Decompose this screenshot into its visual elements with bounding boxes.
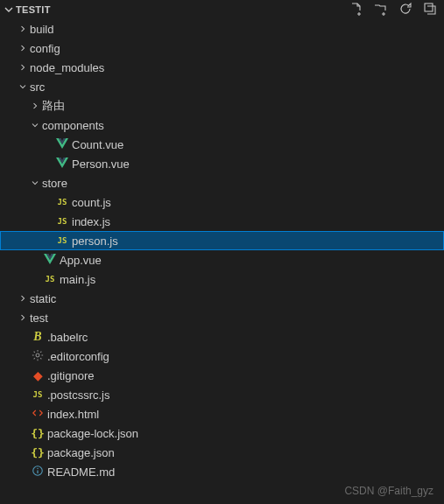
file-row[interactable]: B.babelrc (0, 327, 444, 346)
chevron-right-icon[interactable] (28, 101, 42, 111)
svg-rect-0 (425, 4, 433, 11)
chevron-right-icon[interactable] (16, 312, 30, 323)
collapse-all-icon[interactable] (423, 2, 437, 18)
json-icon: {} (30, 446, 46, 459)
tree-item-label: count.js (72, 196, 111, 209)
folder-row[interactable]: config (0, 38, 444, 58)
js-icon: JS (54, 236, 70, 245)
svg-point-1 (36, 354, 39, 357)
chevron-down-icon[interactable] (28, 120, 42, 130)
file-row[interactable]: JSperson.js (0, 231, 444, 250)
babel-icon: B (30, 330, 46, 344)
js-icon: JS (54, 217, 70, 226)
chevron-down-icon[interactable] (28, 178, 42, 188)
watermark: CSDN @Faith_gyz (344, 485, 433, 497)
file-row[interactable]: ◆.gitignore (0, 366, 444, 385)
tree-item-label: package.json (47, 446, 115, 459)
file-explorer-panel: TESTIT buildconfignode_modulessrc路由compo… (0, 0, 444, 504)
chevron-down-icon (2, 3, 16, 17)
folder-row[interactable]: store (0, 173, 444, 192)
vue-icon (42, 254, 58, 267)
file-row[interactable]: JScount.js (0, 192, 444, 212)
file-row[interactable]: index.html (0, 404, 444, 424)
tree-item-label: Count.vue (72, 138, 123, 151)
new-file-icon[interactable] (349, 2, 363, 18)
tree-item-label: src (30, 80, 45, 94)
chevron-right-icon[interactable] (16, 24, 30, 34)
file-row[interactable]: {}package.json (0, 443, 444, 462)
js-icon: JS (54, 198, 70, 206)
explorer-header[interactable]: TESTIT (0, 0, 444, 19)
svg-point-3 (37, 467, 38, 468)
tree-item-label: package-lock.json (47, 427, 138, 440)
tree-item-label: App.vue (60, 254, 102, 267)
chevron-down-icon[interactable] (16, 81, 30, 92)
info-icon (30, 465, 46, 480)
project-title: TESTIT (16, 4, 349, 15)
file-row[interactable]: JS.postcssrc.js (0, 385, 444, 404)
chevron-right-icon[interactable] (16, 293, 30, 304)
new-folder-icon[interactable] (374, 2, 388, 18)
folder-row[interactable]: build (0, 19, 444, 38)
file-row[interactable]: {}package-lock.json (0, 424, 444, 443)
tree-item-label: README.md (47, 466, 115, 479)
tree-item-label: components (42, 119, 104, 132)
folder-row[interactable]: node_modules (0, 58, 444, 77)
tree-item-label: static (30, 292, 56, 305)
file-row[interactable]: README.md (0, 462, 444, 481)
file-row[interactable]: Person.vue (0, 154, 444, 173)
tree-item-label: build (30, 23, 53, 36)
folder-row[interactable]: static (0, 289, 444, 308)
file-row[interactable]: .editorconfig (0, 346, 444, 366)
tree-item-label: config (30, 42, 60, 55)
refresh-icon[interactable] (398, 2, 412, 18)
header-actions (349, 2, 437, 18)
tree-item-label: .gitignore (47, 369, 94, 382)
gear-icon (30, 349, 46, 364)
tree-item-label: index.js (72, 215, 110, 228)
tree-item-label: node_modules (30, 61, 104, 74)
tree-item-label: .babelrc (47, 331, 88, 344)
js-icon: JS (30, 390, 46, 399)
folder-row[interactable]: 路由 (0, 96, 444, 116)
git-icon: ◆ (30, 368, 46, 382)
folder-row[interactable]: components (0, 116, 444, 135)
tree-item-label: 路由 (42, 98, 65, 114)
folder-row[interactable]: test (0, 308, 444, 327)
vue-icon (54, 158, 70, 171)
html-icon (30, 408, 46, 421)
js-icon: JS (42, 275, 58, 284)
file-row[interactable]: App.vue (0, 250, 444, 270)
file-row[interactable]: Count.vue (0, 135, 444, 154)
chevron-right-icon[interactable] (16, 43, 30, 53)
file-row[interactable]: JSmain.js (0, 270, 444, 289)
tree-item-label: index.html (47, 408, 99, 421)
file-row[interactable]: JSindex.js (0, 212, 444, 231)
tree-item-label: test (30, 312, 48, 325)
folder-row[interactable]: src (0, 77, 444, 96)
file-tree: buildconfignode_modulessrc路由componentsCo… (0, 19, 444, 504)
tree-item-label: .postcssrc.js (47, 388, 110, 402)
tree-item-label: main.js (60, 273, 95, 286)
vue-icon (54, 138, 70, 151)
tree-item-label: Person.vue (72, 158, 130, 171)
tree-item-label: person.js (72, 234, 118, 248)
json-icon: {} (30, 427, 46, 440)
tree-item-label: .editorconfig (47, 350, 109, 363)
tree-item-label: store (42, 177, 67, 190)
chevron-right-icon[interactable] (16, 62, 30, 73)
